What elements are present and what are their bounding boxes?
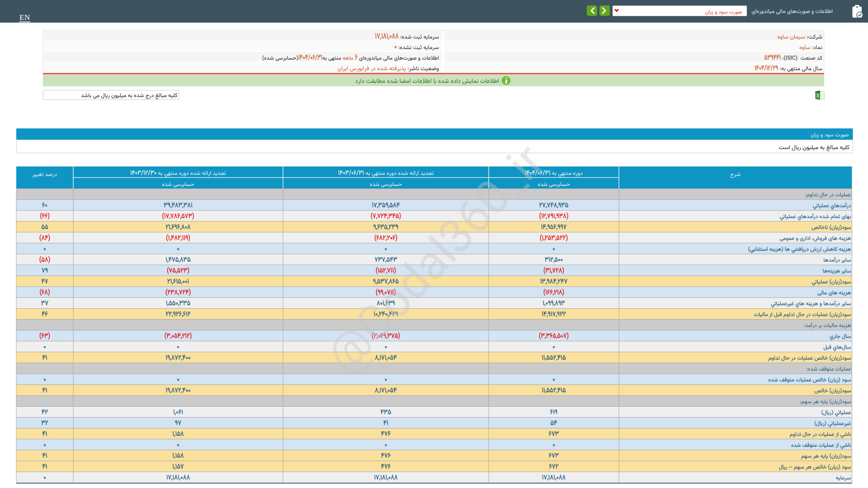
svg-text:EN: EN xyxy=(19,13,30,22)
